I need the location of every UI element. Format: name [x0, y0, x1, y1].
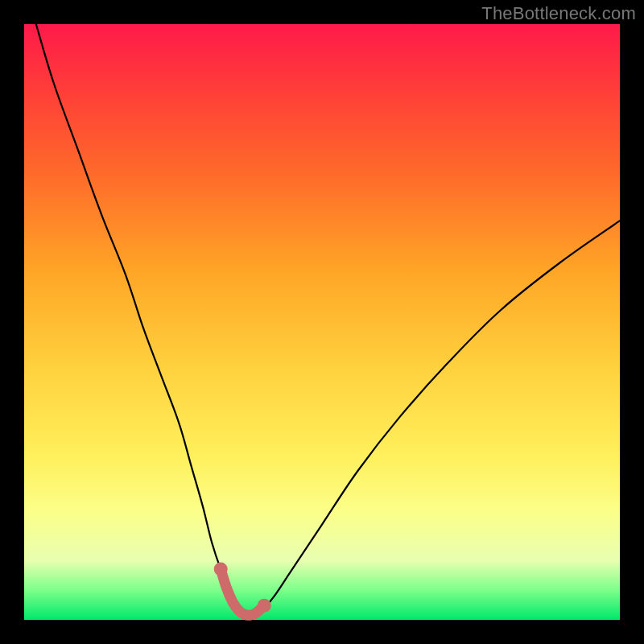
watermark-text: TheBottleneck.com: [481, 3, 636, 24]
highlight-dot: [214, 563, 228, 576]
highlight-dot: [258, 599, 271, 613]
bottleneck-curve: [36, 24, 620, 617]
chart-svg: [24, 24, 620, 620]
highlight-band-line: [221, 569, 264, 615]
chart-frame: TheBottleneck.com: [0, 0, 644, 644]
